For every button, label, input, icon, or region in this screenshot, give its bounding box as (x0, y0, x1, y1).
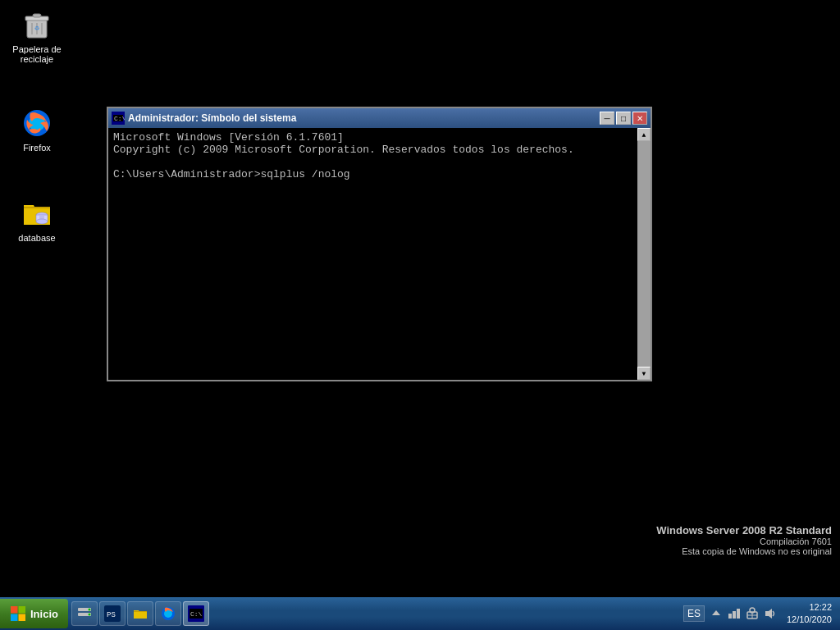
firefox-taskbar-icon (160, 605, 176, 622)
server-manager-icon (76, 605, 93, 622)
svg-rect-33 (728, 614, 732, 619)
recycle-bin-label: Papelera de reciclaje (8, 44, 66, 64)
svg-text:PS: PS (107, 611, 116, 619)
windows-watermark: Windows Server 2008 R2 Standard Compilac… (656, 524, 832, 556)
system-tray (708, 605, 778, 622)
firefox-desktop-icon[interactable]: Firefox (8, 107, 66, 153)
tray-network-icon1[interactable] (726, 605, 742, 622)
taskbar-explorer[interactable] (127, 601, 153, 626)
cmd-window: C:\ Administrador: Símbolo del sistema ─… (107, 107, 652, 381)
taskbar-firefox[interactable] (155, 601, 181, 626)
cmd-title-icon: C:\ (112, 112, 125, 125)
cmd-line2: Copyright (c) 2009 Microsoft Corporation… (113, 144, 632, 156)
cmd-body: Microsoft Windows [Versión 6.1.7601] Cop… (108, 128, 651, 380)
cmd-line3 (113, 156, 632, 168)
tray-network-icon2[interactable] (744, 605, 760, 622)
powershell-icon: PS (104, 605, 121, 622)
up-arrow-icon (710, 608, 722, 619)
system-clock[interactable]: 12:22 12/10/2020 (782, 601, 837, 627)
database-image (21, 197, 53, 230)
taskbar-server-manager[interactable] (71, 601, 98, 626)
explorer-icon (132, 605, 148, 622)
firefox-image (21, 107, 53, 139)
svg-text:C:\: C:\ (190, 610, 203, 618)
firefox-label: Firefox (23, 143, 51, 153)
taskbar-right: ES (683, 601, 840, 627)
cmd-line1: Microsoft Windows [Versión 6.1.7601] (113, 131, 632, 144)
cmd-taskbar-icon: C:\ (188, 605, 204, 622)
cmd-maximize-button[interactable]: □ (616, 112, 631, 125)
windows-logo-icon (10, 605, 26, 622)
svg-rect-17 (11, 606, 18, 614)
watermark-line1: Windows Server 2008 R2 Standard (656, 524, 832, 536)
language-indicator[interactable]: ES (683, 605, 705, 622)
svg-text:♻: ♻ (34, 24, 39, 33)
scrollbar-track[interactable] (637, 141, 651, 367)
watermark-line3: Esta copia de Windows no es original (656, 546, 832, 556)
network-icon (728, 607, 741, 620)
svg-rect-18 (19, 606, 26, 614)
cmd-close-button[interactable]: ✕ (632, 112, 647, 125)
scrollbar-down-arrow[interactable]: ▼ (637, 367, 651, 380)
svg-rect-20 (19, 614, 26, 622)
svg-rect-19 (11, 614, 18, 622)
taskbar: Inicio PS (0, 597, 840, 630)
clock-date: 12/10/2020 (787, 614, 832, 626)
cmd-line4: C:\Users\Administrador>sqlplus /nolog (113, 168, 632, 180)
svg-point-11 (36, 219, 48, 224)
cmd-window-buttons: ─ □ ✕ (600, 112, 647, 125)
taskbar-cmd[interactable]: C:\ (183, 601, 209, 626)
svg-rect-35 (737, 609, 740, 619)
recycle-bin-image: ♻ (21, 8, 53, 41)
cmd-titlebar[interactable]: C:\ Administrador: Símbolo del sistema ─… (108, 108, 651, 128)
scrollbar-up-arrow[interactable]: ▲ (637, 128, 651, 141)
cmd-title-text: Administrador: Símbolo del sistema (128, 112, 600, 124)
svg-marker-32 (712, 610, 720, 615)
svg-text:C:\: C:\ (114, 115, 125, 122)
svg-rect-2 (33, 14, 41, 17)
volume-icon (764, 607, 777, 620)
taskbar-powershell[interactable]: PS (99, 601, 126, 626)
taskbar-items: PS C:\ (71, 601, 683, 626)
svg-point-24 (88, 614, 90, 616)
network-globe-icon (746, 607, 759, 620)
svg-rect-34 (733, 611, 736, 619)
svg-point-23 (88, 609, 90, 611)
watermark-line2: Compilación 7601 (656, 536, 832, 546)
cmd-content[interactable]: Microsoft Windows [Versión 6.1.7601] Cop… (108, 128, 637, 380)
start-label: Inicio (30, 608, 58, 620)
desktop: ♻ Papelera de reciclaje Firefox (0, 0, 840, 597)
clock-time: 12:22 (787, 601, 832, 614)
tray-show-hidden-icon[interactable] (708, 605, 724, 622)
database-label: database (18, 233, 55, 243)
start-button[interactable]: Inicio (0, 599, 68, 628)
svg-marker-40 (765, 609, 772, 619)
tray-volume-icon[interactable] (762, 605, 778, 622)
cmd-scrollbar[interactable]: ▲ ▼ (637, 128, 651, 380)
database-desktop-icon[interactable]: database (8, 197, 66, 243)
recycle-bin-icon[interactable]: ♻ Papelera de reciclaje (8, 8, 66, 64)
cmd-minimize-button[interactable]: ─ (600, 112, 614, 125)
